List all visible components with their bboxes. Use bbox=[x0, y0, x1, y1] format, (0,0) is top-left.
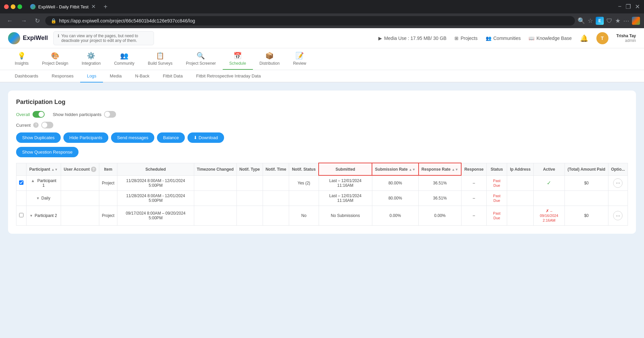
response-rate-sort[interactable]: ▲▼ bbox=[452, 168, 459, 171]
row2-status-badge: Past Due bbox=[493, 194, 500, 203]
window-maximize-btn[interactable] bbox=[17, 4, 22, 9]
row2-timezone-changed bbox=[194, 191, 236, 206]
insights-icon: 💡 bbox=[17, 52, 26, 60]
notification-bell[interactable]: 🔔 bbox=[580, 34, 588, 42]
more-icon[interactable]: ⋯ bbox=[623, 17, 629, 24]
back-btn[interactable]: ← bbox=[4, 16, 15, 26]
row1-checkbox[interactable] bbox=[19, 180, 23, 185]
sub-tabs: Dashboards Responses Logs Media N-Back F… bbox=[0, 70, 644, 82]
logo[interactable]: ExpiWell bbox=[8, 32, 48, 44]
ext2-icon[interactable]: ★ bbox=[615, 17, 621, 24]
row1-options-btn[interactable]: ⋯ bbox=[613, 178, 623, 188]
window-close-btn[interactable] bbox=[4, 4, 9, 9]
row2-expand-icon[interactable]: ▾ bbox=[37, 196, 39, 201]
hidden-toggle-knob bbox=[105, 112, 110, 117]
review-label: Review bbox=[293, 61, 306, 66]
active-tab[interactable]: ExpiWell - Daily Fitbit Test ✕ bbox=[25, 1, 101, 13]
col-ip-address: Ip Address bbox=[507, 163, 534, 175]
sub-tab-fitbit-data[interactable]: Fitbit Data bbox=[156, 70, 189, 82]
current-label: Current bbox=[16, 123, 31, 128]
row3-checkbox[interactable] bbox=[19, 213, 23, 217]
col-response-rate[interactable]: Response Rate ▲▼ bbox=[419, 163, 462, 175]
row1-amount: $0 bbox=[565, 175, 608, 191]
col-participant[interactable]: Participant ▲▼ bbox=[26, 163, 61, 175]
row1-expand-icon[interactable]: ▲ bbox=[31, 178, 35, 183]
balance-btn[interactable]: Balance bbox=[157, 132, 185, 143]
col-submission-rate[interactable]: Submission Rate ▲▼ bbox=[372, 163, 419, 175]
row3-options-btn[interactable]: ⋯ bbox=[613, 211, 623, 220]
hidden-label: Show hidden participants bbox=[53, 112, 101, 117]
notice-icon: ℹ bbox=[58, 34, 59, 38]
tab-project-design[interactable]: 🎨 Project Design bbox=[35, 48, 75, 70]
show-question-response-btn[interactable]: Show Question Response bbox=[16, 147, 78, 157]
communities-nav[interactable]: 👥 Communities bbox=[486, 36, 521, 41]
row2-scheduled: 11/28/2024 8:00AM - 12/01/2024 5:00PM bbox=[117, 191, 194, 206]
current-toggle[interactable] bbox=[41, 122, 53, 128]
ext1-icon[interactable]: 🛡 bbox=[606, 17, 612, 24]
current-toggle-knob bbox=[42, 122, 47, 128]
current-help-icon[interactable]: ? bbox=[33, 122, 39, 128]
row3-user-account bbox=[61, 206, 99, 226]
show-duplicates-btn[interactable]: Show Duplicates bbox=[16, 132, 61, 143]
tab-close-btn[interactable]: ✕ bbox=[91, 4, 96, 9]
col-item: Item bbox=[99, 163, 117, 175]
minimize-icon[interactable]: − bbox=[618, 3, 622, 10]
row3-expand-icon[interactable]: ▾ bbox=[30, 213, 32, 218]
row2-checkbox-cell bbox=[16, 191, 26, 206]
participant-sort[interactable]: ▲▼ bbox=[51, 168, 58, 171]
tab-insights[interactable]: 💡 Insights bbox=[8, 48, 35, 70]
toggle-row: Overall Show hidden participants bbox=[16, 111, 628, 118]
tab-schedule[interactable]: 📅 Schedule bbox=[223, 48, 253, 70]
url-bar[interactable]: 🔒 https://app.expiwell.com/project/66c54… bbox=[45, 16, 575, 25]
forward-btn[interactable]: → bbox=[18, 16, 30, 26]
sub-tab-media[interactable]: Media bbox=[103, 70, 128, 82]
media-use-nav[interactable]: ▶ Media Use : 17.95 MB/ 30 GB bbox=[378, 36, 446, 41]
sub-tab-fitbit-retrospective[interactable]: Fitbit Retrospective Intraday Data bbox=[190, 70, 268, 82]
browser-toolbar-icons: 🔍 ☆ E 🛡 ★ ⋯ bbox=[578, 17, 640, 25]
row3-notif-status: No bbox=[289, 206, 319, 226]
knowledge-base-nav[interactable]: 📖 Knowledge Base bbox=[529, 36, 572, 41]
communities-icon: 👥 bbox=[486, 36, 491, 41]
hide-participants-btn[interactable]: Hide Participants bbox=[63, 132, 108, 143]
download-btn[interactable]: ⬇ Download bbox=[187, 132, 224, 143]
refresh-btn[interactable]: ↻ bbox=[32, 16, 43, 26]
search-icon[interactable]: 🔍 bbox=[578, 17, 585, 24]
tab-project-screener[interactable]: 🔍 Project Screener bbox=[179, 48, 222, 70]
avatar[interactable]: T bbox=[596, 32, 608, 44]
sub-tab-responses[interactable]: Responses bbox=[45, 70, 80, 82]
sub-tab-dashboards[interactable]: Dashboards bbox=[8, 70, 45, 82]
user-account-help[interactable]: ? bbox=[91, 167, 96, 172]
new-tab-btn[interactable]: + bbox=[102, 2, 109, 12]
distribution-label: Distribution bbox=[260, 61, 280, 66]
tab-community[interactable]: 👥 Community bbox=[107, 48, 141, 70]
row3-response: – bbox=[461, 206, 486, 226]
tab-distribution[interactable]: 📦 Distribution bbox=[253, 48, 286, 70]
col-response: Response bbox=[461, 163, 486, 175]
projects-nav[interactable]: ⊞ Projects bbox=[454, 36, 478, 41]
row1-options: ⋯ bbox=[608, 175, 628, 191]
star-icon[interactable]: ☆ bbox=[588, 17, 593, 24]
logo-text: ExpiWell bbox=[23, 35, 48, 42]
restore-icon[interactable]: ❐ bbox=[626, 3, 631, 10]
schedule-label: Schedule bbox=[229, 61, 246, 66]
project-design-icon: 🎨 bbox=[51, 52, 59, 60]
sub-tab-n-back[interactable]: N-Back bbox=[128, 70, 156, 82]
tab-review[interactable]: 📝 Review bbox=[286, 48, 313, 70]
row2-notif-status bbox=[289, 191, 319, 206]
row3-active: ✗ – 09/16/20242:16AM bbox=[533, 206, 565, 226]
overall-toggle[interactable] bbox=[33, 111, 45, 118]
send-messages-btn[interactable]: Send messages bbox=[111, 132, 154, 143]
row2-submitted: Last – 12/01/2024 11:16AM bbox=[319, 191, 372, 206]
sub-tab-logs[interactable]: Logs bbox=[80, 70, 103, 82]
logo-icon bbox=[8, 32, 20, 44]
window-controls bbox=[4, 4, 22, 9]
tab-build-surveys[interactable]: 📋 Build Surveys bbox=[141, 48, 179, 70]
tab-integration[interactable]: ⚙️ Integration bbox=[75, 48, 107, 70]
window-minimize-btn[interactable] bbox=[11, 4, 15, 9]
url-text: https://app.expiwell.com/project/66c5460… bbox=[59, 18, 195, 23]
hidden-toggle[interactable] bbox=[104, 111, 116, 118]
col-total-amount-paid: (Total) Amount Paid bbox=[565, 163, 608, 175]
submission-rate-sort[interactable]: ▲▼ bbox=[409, 168, 416, 171]
close-icon[interactable]: ✕ bbox=[635, 3, 640, 10]
row3-checkbox-cell bbox=[16, 206, 26, 226]
